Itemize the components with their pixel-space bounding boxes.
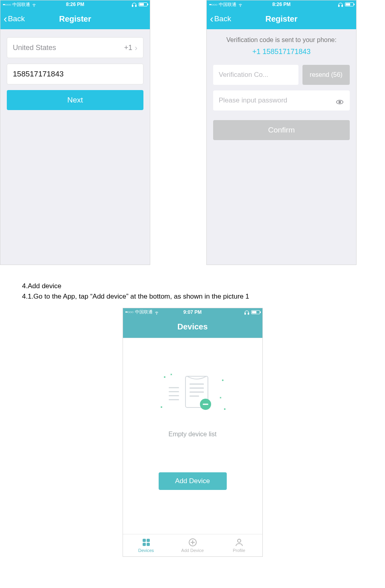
svg-point-10 [161,406,162,408]
status-bar: ••○○○ 中国联通 8:26 PM [207,0,356,8]
tab-add-device-label: Add Device [181,548,204,553]
doc-line-4-1-b: “Add device” [90,293,128,300]
time-label: 8:26 PM [272,2,290,7]
dial-code: +1 [124,44,133,52]
empty-illustration [153,369,233,425]
verification-code-placeholder: Verification Co... [219,71,268,79]
svg-rect-14 [169,395,179,396]
battery-icon [139,2,147,6]
svg-rect-20 [189,395,199,397]
tab-profile-label: Profile [233,548,245,553]
doc-line-4-1: 4.1.Go to the App, tap “Add device” at t… [22,291,385,302]
tab-profile[interactable]: Profile [216,534,262,556]
svg-point-5 [339,101,341,103]
svg-point-8 [164,376,165,378]
empty-list-label: Empty device list [168,431,216,438]
doc-line-4-1-a: 4.1.Go to the App, tap [22,293,90,300]
tab-bar: Devices Add Device Profile [123,534,262,556]
time-label: 8:26 PM [66,2,84,7]
doc-line-4-1-c: at the bottom, as shown in the picture 1 [130,293,249,300]
status-bar: ••○○○ 中国联通 9:07 PM [123,308,262,316]
svg-rect-19 [189,391,204,393]
screenshot-devices: ••○○○ 中国联通 9:07 PM Devices [123,308,263,557]
nav-bar: Devices [123,316,262,338]
phone-number-value: 158517171843 [13,70,137,78]
tab-devices[interactable]: Devices [123,534,169,556]
svg-rect-15 [169,399,179,400]
svg-rect-13 [169,391,179,392]
confirm-button[interactable]: Confirm [213,120,350,140]
tab-devices-label: Devices [138,548,154,553]
svg-point-9 [222,379,224,381]
status-bar: ••○○○ 中国联通 8:26 PM [0,0,150,8]
verification-phone: +1 158517171843 [207,48,356,56]
screenshot-register-phone: ••○○○ 中国联通 8:26 PM ‹ Back [0,0,150,265]
confirm-label: Confirm [268,126,295,134]
screenshot-register-verify: ••○○○ 中国联通 8:26 PM ‹ Back [206,0,357,265]
svg-rect-26 [147,543,150,546]
svg-rect-17 [189,383,204,385]
page-title: Register [207,14,356,24]
next-label: Next [67,96,83,104]
resend-button[interactable]: resend (56) [302,65,350,85]
phone-input[interactable]: 158517171843 [7,64,143,84]
battery-icon [251,310,260,314]
page-title: Register [0,14,150,24]
user-icon [234,538,244,547]
svg-rect-23 [143,539,146,542]
country-name: United States [13,44,124,52]
nav-bar: ‹ Back Register [0,8,150,29]
tab-add-device[interactable]: Add Device [169,534,216,556]
svg-rect-22 [203,403,208,405]
eye-icon[interactable] [335,98,344,103]
time-label: 9:07 PM [183,309,202,315]
svg-point-30 [238,539,241,542]
page-title: Devices [177,322,208,331]
verification-code-input[interactable]: Verification Co... [213,65,298,85]
nav-bar: ‹ Back Register [207,8,356,29]
add-device-button[interactable]: Add Device [159,472,227,490]
plus-circle-icon [188,538,198,547]
add-device-label: Add Device [175,477,210,485]
doc-line-4: 4.Add device [22,281,385,291]
resend-label: resend (56) [310,71,343,78]
svg-rect-12 [169,387,179,388]
verification-sent-text: Verification code is sent to your phone: [207,29,356,48]
country-selector[interactable]: United States +1 › [7,37,143,58]
svg-point-11 [224,408,226,410]
next-button[interactable]: Next [7,90,143,110]
battery-icon [345,2,354,6]
password-input[interactable]: Please input password [213,90,350,110]
chevron-right-icon: › [135,43,137,52]
svg-rect-25 [143,543,146,546]
grid-icon [141,538,151,547]
svg-rect-24 [147,539,150,542]
svg-rect-18 [189,387,204,389]
password-placeholder: Please input password [219,96,287,104]
